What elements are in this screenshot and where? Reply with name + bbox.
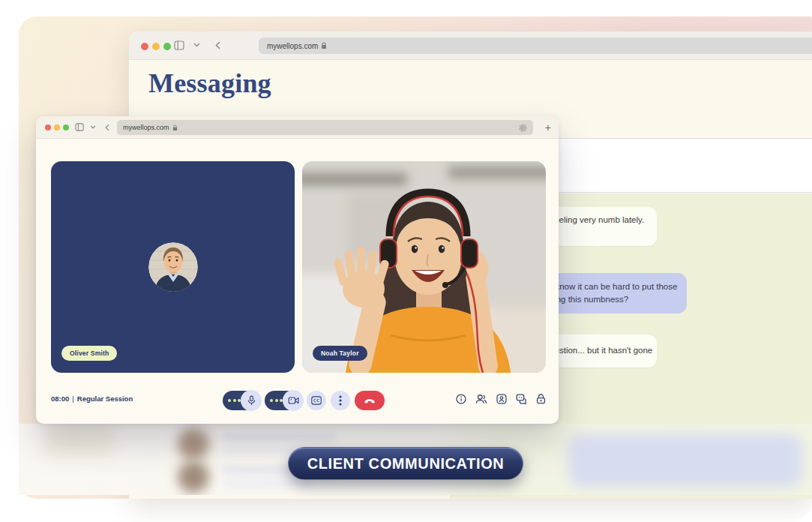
session-timer: 08:00|Regular Session [51, 394, 133, 403]
page-title: Messaging [148, 68, 271, 99]
new-tab-button[interactable]: + [545, 121, 551, 134]
session-type-label: Regular Session [77, 394, 133, 403]
call-time: 08:00 [51, 394, 69, 403]
lock-icon [172, 124, 178, 131]
chevron-down-icon[interactable] [90, 125, 96, 129]
lock-icon [321, 42, 327, 50]
kebab-menu-icon [339, 395, 342, 406]
timer-separator: | [72, 394, 73, 403]
privacy-shield-icon[interactable] [519, 124, 527, 132]
back-icon[interactable] [215, 41, 220, 50]
minimize-window-icon[interactable] [152, 43, 160, 50]
call-side-icons [456, 394, 546, 404]
camera-icon [283, 390, 304, 411]
close-window-icon[interactable] [45, 124, 51, 130]
participant-tile-oliver: Oliver Smith [51, 161, 295, 373]
call-control-bar: 08:00|Regular Session [36, 389, 559, 412]
close-window-icon[interactable] [141, 43, 148, 50]
back-icon[interactable] [105, 124, 109, 131]
microphone-icon [241, 390, 262, 411]
toggle-dots-icon [270, 399, 283, 402]
microphone-toggle[interactable] [223, 391, 260, 410]
background-browser-titlebar: mywellops.com [129, 32, 812, 60]
participant-name-badge: Oliver Smith [61, 346, 117, 361]
chat-bubbles-icon[interactable] [516, 394, 527, 404]
contact-card-icon[interactable] [496, 394, 507, 404]
client-communication-badge: CLIENT COMMUNICATION [288, 447, 523, 480]
sidebar-icon[interactable] [174, 40, 184, 50]
webcam-video-frame [302, 161, 546, 373]
sidebar-icon[interactable] [75, 123, 84, 131]
captions-icon [311, 396, 322, 405]
end-call-button[interactable] [355, 391, 385, 410]
client-communication-label: CLIENT COMMUNICATION [307, 455, 505, 472]
closed-captions-button[interactable] [307, 391, 326, 410]
url-text: mywellops.com [267, 42, 318, 50]
hang-up-icon [364, 398, 376, 404]
video-call-browser-window: mywellops.com + [36, 116, 559, 424]
info-icon[interactable] [456, 394, 466, 404]
chevron-down-icon[interactable] [193, 43, 200, 47]
address-bar[interactable]: mywellops.com [117, 120, 533, 135]
traffic-lights [141, 43, 171, 50]
participant-name-badge: Noah Taylor [313, 346, 367, 361]
lock-icon[interactable] [536, 394, 546, 404]
call-controls-group [223, 391, 385, 410]
participant-tile-noah: Noah Taylor [302, 161, 546, 373]
participants-icon[interactable] [475, 394, 487, 404]
minimize-window-icon[interactable] [54, 124, 60, 130]
traffic-lights [45, 124, 69, 130]
camera-toggle[interactable] [265, 391, 302, 410]
url-text: mywellops.com [123, 124, 169, 131]
zoom-window-icon[interactable] [163, 43, 171, 50]
more-options-button[interactable] [331, 391, 350, 410]
screenshot-canvas: mywellops.com Messaging Today now to sta… [0, 0, 812, 522]
call-browser-titlebar: mywellops.com + [36, 116, 559, 139]
zoom-window-icon[interactable] [63, 124, 69, 130]
address-bar[interactable]: mywellops.com [259, 38, 812, 54]
toggle-dots-icon [228, 399, 241, 402]
avatar [148, 242, 198, 292]
